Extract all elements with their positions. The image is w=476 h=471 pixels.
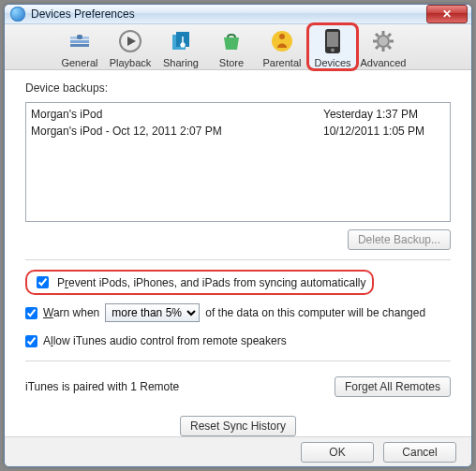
prevent-sync-highlight: Prevent iPods, iPhones, and iPads from s… <box>25 270 374 295</box>
warn-threshold-select[interactable]: more than 5% <box>105 303 200 322</box>
remote-audio-checkbox[interactable] <box>25 335 37 347</box>
parental-icon <box>269 28 295 54</box>
prevent-sync-checkbox[interactable] <box>37 276 49 288</box>
dialog-footer: OK Cancel <box>5 436 471 466</box>
advanced-icon <box>370 28 396 54</box>
svg-marker-5 <box>127 37 136 46</box>
device-backups-label: Device backups: <box>25 81 451 95</box>
content-area: Device backups: Morgan's iPod Yesterday … <box>5 70 471 436</box>
backups-list[interactable]: Morgan's iPod Yesterday 1:37 PM Morgan's… <box>25 102 451 222</box>
tab-label: General <box>61 57 97 68</box>
audio-row: Allow iTunes audio control from remote s… <box>25 331 451 351</box>
tab-general[interactable]: General <box>55 24 104 69</box>
tab-label: Playback <box>110 57 152 68</box>
svg-rect-3 <box>77 35 82 39</box>
tab-label: Advanced <box>361 57 407 68</box>
backup-time: Yesterday 1:37 PM <box>323 108 445 121</box>
svg-line-18 <box>376 34 379 37</box>
close-icon: ✕ <box>442 7 452 21</box>
tab-parental[interactable]: Parental <box>258 24 306 69</box>
remotes-status: iTunes is paired with 1 Remote <box>25 380 179 393</box>
tab-advanced[interactable]: Advanced <box>359 24 408 69</box>
svg-rect-0 <box>70 40 89 43</box>
tab-devices[interactable]: Devices <box>308 24 357 69</box>
warn-label-before[interactable]: Warn when <box>43 306 99 319</box>
backup-name: Morgan's iPod <box>31 108 323 121</box>
sharing-icon <box>168 28 194 54</box>
svg-line-21 <box>376 46 379 49</box>
separator <box>25 259 451 260</box>
svg-point-13 <box>378 36 389 47</box>
itunes-app-icon <box>10 7 25 22</box>
tab-label: Sharing <box>163 57 199 68</box>
preferences-toolbar: General Playback Sharing Store Parental <box>5 24 471 70</box>
store-icon <box>218 28 245 54</box>
warn-label-after: of the data on this computer will be cha… <box>205 306 425 319</box>
delete-backup-button[interactable]: Delete Backup... <box>348 229 451 250</box>
backup-row[interactable]: Morgan's iPod Yesterday 1:37 PM <box>31 106 445 123</box>
remote-audio-label[interactable]: Allow iTunes audio control from remote s… <box>43 334 287 347</box>
svg-point-12 <box>331 49 335 52</box>
playback-icon <box>117 28 143 54</box>
cancel-button[interactable]: Cancel <box>383 442 456 463</box>
backup-row[interactable]: Morgan's iPod - Oct 12, 2011 2:07 PM 10/… <box>31 123 445 140</box>
svg-line-19 <box>388 46 391 49</box>
svg-point-9 <box>279 34 285 39</box>
devices-icon <box>320 28 346 54</box>
tab-store[interactable]: Store <box>207 24 256 69</box>
titlebar: Devices Preferences ✕ <box>5 5 471 24</box>
tab-label: Devices <box>314 57 350 68</box>
warn-checkbox[interactable] <box>25 307 37 319</box>
warn-row: Warn when more than 5% of the data on th… <box>25 302 451 323</box>
general-icon <box>67 28 93 54</box>
svg-rect-2 <box>70 44 89 47</box>
svg-rect-11 <box>327 32 338 47</box>
prevent-sync-label[interactable]: Prevent iPods, iPhones, and iPads from s… <box>57 276 366 289</box>
svg-line-20 <box>388 34 391 37</box>
tab-playback[interactable]: Playback <box>106 24 155 69</box>
reset-sync-history-button[interactable]: Reset Sync History <box>180 416 296 436</box>
preferences-window: Devices Preferences ✕ General Playback S… <box>4 4 472 467</box>
ok-button[interactable]: OK <box>301 442 374 463</box>
separator <box>25 361 451 361</box>
remotes-row: iTunes is paired with 1 Remote Forget Al… <box>25 376 451 397</box>
tab-label: Store <box>219 57 244 68</box>
backup-name: Morgan's iPod - Oct 12, 2011 2:07 PM <box>31 125 323 138</box>
tab-label: Parental <box>263 57 302 68</box>
forget-all-remotes-button[interactable]: Forget All Remotes <box>335 376 451 397</box>
close-button[interactable]: ✕ <box>426 5 468 23</box>
backup-time: 10/12/2011 1:05 PM <box>323 125 445 138</box>
tab-sharing[interactable]: Sharing <box>156 24 205 69</box>
window-title: Devices Preferences <box>31 7 135 21</box>
